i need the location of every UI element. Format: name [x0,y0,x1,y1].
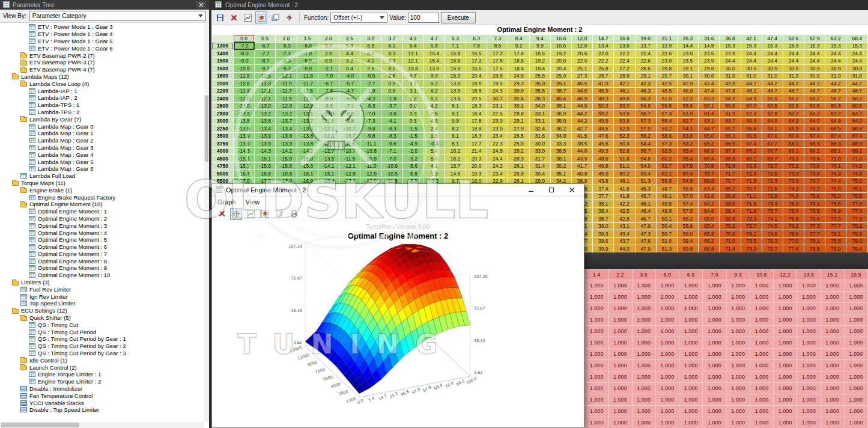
map-cell[interactable]: 13.5 [445,95,466,103]
map-cell[interactable]: 38.5 [572,140,593,148]
map-cell[interactable]: -12.7 [318,147,339,155]
map-cell[interactable]: -10.5 [381,170,402,178]
lambda-cell[interactable]: 1.000 [750,326,773,337]
map-cell[interactable]: 74.1 [825,162,846,170]
lambda-cell[interactable]: 1.000 [609,337,632,349]
lambda-cell[interactable]: 1.000 [797,417,821,428]
map-cell[interactable]: 23.9 [720,50,741,58]
map-cell[interactable]: 76.1 [804,200,825,208]
map-cell[interactable]: -8.9 [318,95,339,103]
lambda-cell[interactable]: 1.000 [797,337,821,349]
map-cell[interactable]: -7.0 [318,72,339,80]
map-cell[interactable]: 24.4 [487,155,508,163]
map-cell[interactable]: 44.9 [572,102,593,110]
map-cell[interactable]: -5.8 [402,170,423,178]
map-cell[interactable]: -13.9 [276,140,297,148]
lambda-cell[interactable]: 1.000 [844,360,867,371]
tree-item[interactable]: Optimal Engine Moment : 6 [0,243,204,251]
lambda-cell[interactable]: 1.000 [844,303,867,314]
map-cell[interactable]: -9.8 [360,125,381,133]
map-cell[interactable]: 30.4 [529,170,550,178]
line-chart-icon[interactable] [241,11,253,23]
tree-item[interactable]: Ign Rev Limiter [0,293,204,300]
lambda-cell[interactable]: 1.000 [632,326,655,337]
map-cell[interactable]: -13.9 [234,132,255,140]
map-cell[interactable]: 2.5 [360,65,381,73]
map-cell[interactable]: 38.1 [550,102,571,110]
lambda-cell[interactable]: 1.000 [632,280,655,292]
map-cell[interactable]: 68.3 [825,140,846,148]
map-cell[interactable]: 71.9 [741,207,762,215]
tree-item[interactable]: ETV Basemap PWR-4 (7) [0,66,204,73]
map-cell[interactable]: 67.9 [720,147,741,155]
map-cell[interactable]: 65.4 [677,155,698,163]
map-cell[interactable]: -13.1 [297,110,318,118]
map-cell[interactable]: 73.3 [783,170,804,178]
lambda-cell[interactable]: 1.000 [750,406,773,417]
map-cell[interactable]: 76.9 [804,215,825,223]
map-cell[interactable]: 66.5 [846,125,868,133]
map-cell[interactable]: 0.9 [318,57,339,65]
map-cell[interactable]: 67.7 [762,140,783,148]
map-cell[interactable]: 17.8 [466,117,487,125]
column-header[interactable]: 42.1 [741,35,762,43]
map-cell[interactable]: 4.1 [423,162,445,170]
column-header[interactable]: 6.5 [679,270,703,280]
map-cell[interactable]: 63.1 [699,117,720,125]
map-cell[interactable]: 38.4 [593,207,614,215]
map-cell[interactable]: -11.7 [297,80,318,88]
map-cell[interactable]: 15.3 [846,42,868,50]
map-cell[interactable]: 35.4 [508,95,529,103]
map-cell[interactable]: 26.9 [508,170,529,178]
map-cell[interactable]: 33.0 [529,147,550,155]
lambda-cell[interactable]: 1.000 [821,394,844,406]
map-cell[interactable]: 19.3 [466,170,487,178]
map-cell[interactable]: -1.5 [402,132,423,140]
map-cell[interactable]: 57.3 [635,117,656,125]
lambda-cell[interactable]: 1.000 [774,326,797,337]
map-cell[interactable]: 73.2 [783,162,804,170]
map-cell[interactable]: 71.4 [720,245,741,253]
map-cell[interactable]: 64.9 [846,117,868,125]
map-cell[interactable]: 13.6 [614,42,635,50]
map-cell[interactable]: 21.4 [466,147,487,155]
map-cell[interactable]: 44.6 [572,87,593,95]
row-header[interactable]: 2000 [212,80,234,88]
map-cell[interactable]: 15.3 [825,42,846,50]
map-cell[interactable]: -13.8 [234,117,255,125]
column-header[interactable]: 2.2 [609,270,632,280]
map-cell[interactable]: 15.4 [423,57,445,65]
tree-vertical-scrollbar[interactable] [204,23,209,422]
lambda-cell[interactable]: 1.000 [797,292,821,303]
map-cell[interactable]: 58.6 [677,222,698,230]
row-header[interactable]: 1800 [212,72,234,80]
lambda-cell[interactable]: 1.000 [821,280,844,292]
map-cell[interactable]: 8.5 [487,42,508,50]
map-cell[interactable]: 74.2 [783,185,804,193]
map-cell[interactable]: 10.8 [402,65,423,73]
map-cell[interactable]: 73.9 [741,245,762,253]
map-cell[interactable]: 41.9 [593,80,614,88]
map-cell[interactable]: 27.3 [572,72,593,80]
map-cell[interactable]: -13.4 [255,125,276,133]
lambda-cell[interactable]: 1.000 [655,371,679,383]
map-cell[interactable]: 72.3 [741,162,762,170]
map-cell[interactable]: -4.3 [360,95,381,103]
map-cell[interactable]: 15.3 [804,42,825,50]
map-cell[interactable]: 6.2 [423,87,445,95]
map-cell[interactable]: 24.4 [804,50,825,58]
map-cell[interactable]: 9.1 [445,132,466,140]
map-cell[interactable]: 4.2 [360,57,381,65]
map-cell[interactable]: 71.5 [741,177,762,185]
map-cell[interactable]: 65.6 [741,125,762,133]
map-cell[interactable]: 24.4 [825,57,846,65]
map-cell[interactable]: 22.3 [487,140,508,148]
map-cell[interactable]: -13.0 [234,102,255,110]
map-cell[interactable]: 38.7 [550,87,571,95]
map-cell[interactable]: -7.8 [318,87,339,95]
map-cell[interactable]: 40.5 [572,80,593,88]
map-cell[interactable]: 49.8 [656,207,677,215]
map-cell[interactable]: 22.4 [614,57,635,65]
map-cell[interactable]: 66.1 [720,132,741,140]
map-cell[interactable]: 71.7 [720,170,741,178]
